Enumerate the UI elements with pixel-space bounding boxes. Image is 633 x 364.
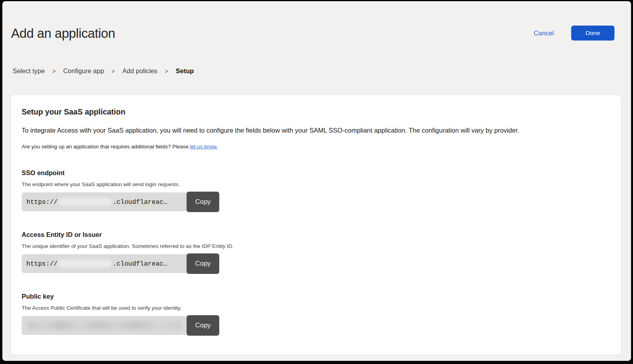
sso-endpoint-value: https:// .cloudflareac… [22,192,187,211]
access-entity-id-value: https:// .cloudflareac… [22,254,187,273]
access-entity-id-value-row: https:// .cloudflareac… Copy [22,253,220,274]
let-us-know-link[interactable]: let us know. [190,144,218,150]
public-key-value-row: Copy [22,315,220,336]
breadcrumb-separator-icon: > [52,68,56,74]
public-key-value [22,316,187,335]
done-button[interactable]: Done [571,26,614,41]
field-group-access-entity-id: Access Entity ID or Issuer The unique id… [22,231,610,274]
header-actions: Cancel Done [534,24,614,41]
access-entity-id-copy-button[interactable]: Copy [187,253,219,274]
redacted-value-blur [27,321,182,330]
note-text: Are you setting up an application that r… [22,144,190,150]
breadcrumb-separator-icon: > [165,68,168,74]
cancel-button[interactable]: Cancel [534,30,554,37]
card-intro-text: To integrate Access with your SaaS appli… [22,126,610,135]
value-suffix: .cloudflareac… [113,260,167,268]
sso-endpoint-copy-button[interactable]: Copy [187,192,219,212]
sso-endpoint-value-row: https:// .cloudflareac… Copy [22,192,220,212]
field-group-sso-endpoint: SSO endpoint The endpoint where your Saa… [22,169,610,212]
page-title: Add an application [11,24,115,43]
breadcrumb-item-setup-current: Setup [176,67,194,75]
screenshot-frame: Add an application Cancel Done Select ty… [0,0,633,364]
breadcrumb-separator-icon: > [111,68,115,74]
breadcrumb-item-add-policies[interactable]: Add policies [122,67,157,75]
additional-fields-note: Are you setting up an application that r… [22,144,610,150]
sso-endpoint-description: The endpoint where your SaaS application… [22,181,610,187]
sso-endpoint-label: SSO endpoint [22,169,610,177]
public-key-label: Public key [22,293,610,300]
redacted-value-blur [58,198,112,206]
redacted-value-blur [58,260,112,268]
public-key-description: The Access Public Certificate that will … [22,305,610,311]
page-background: Add an application Cancel Done Select ty… [2,1,631,361]
field-group-public-key: Public key The Access Public Certificate… [22,293,610,336]
value-prefix: https:// [26,260,57,268]
access-entity-id-description: The unique identifier of your SaaS appli… [22,243,610,249]
card-heading: Setup your SaaS application [22,107,610,116]
access-entity-id-label: Access Entity ID or Issuer [22,231,610,238]
breadcrumb: Select type > Configure app > Add polici… [2,43,631,75]
value-prefix: https:// [26,198,57,206]
page-header: Add an application Cancel Done [2,1,631,43]
public-key-copy-button[interactable]: Copy [187,315,219,336]
setup-card: Setup your SaaS application To integrate… [11,94,621,355]
value-suffix: .cloudflareac… [113,198,167,206]
breadcrumb-item-configure-app[interactable]: Configure app [63,67,104,75]
breadcrumb-item-select-type[interactable]: Select type [13,67,45,75]
